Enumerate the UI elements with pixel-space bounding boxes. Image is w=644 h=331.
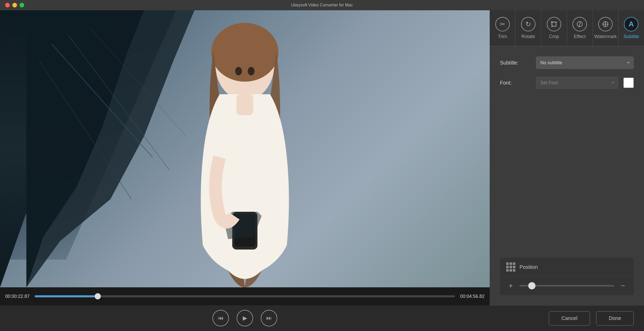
tab-trim-label: Trim	[498, 34, 507, 39]
progress-knob[interactable]	[95, 293, 101, 299]
panel-content: Subtitle: No subtitle Font: Set Font	[490, 46, 644, 305]
position-header: Position	[500, 258, 634, 277]
crop-icon	[547, 17, 561, 31]
tab-crop-label: Crop	[549, 34, 559, 39]
subtitle-row: Subtitle: No subtitle	[500, 57, 634, 69]
progress-fill	[35, 295, 98, 297]
tab-rotate[interactable]: ↻ Rotate	[515, 10, 541, 46]
tab-trim[interactable]: ✂ Trim	[490, 10, 515, 46]
maximize-button[interactable]	[20, 3, 24, 7]
tab-watermark-label: Watermark	[594, 34, 617, 39]
subtitle-icon: A	[624, 17, 638, 31]
toolbar: ✂ Trim ↻ Rotate Crop	[490, 10, 644, 46]
window-controls	[5, 3, 24, 7]
right-panel: ✂ Trim ↻ Rotate Crop	[490, 10, 644, 331]
prev-button[interactable]: ⏮	[212, 310, 229, 326]
font-field-label: Font:	[500, 80, 531, 86]
minimize-button[interactable]	[12, 3, 17, 7]
main-content: 00:00:22.87 00:04:56.82 ⏮ ▶ ⏭ ✂ Trim ↻ R…	[0, 10, 644, 331]
done-button[interactable]: Done	[596, 311, 634, 326]
font-row: Font: Set Font	[500, 77, 634, 89]
tab-crop[interactable]: Crop	[541, 10, 567, 46]
title-bar: Ukeysoft Video Converter for Mac	[0, 0, 644, 10]
watermark-icon	[598, 17, 613, 31]
svg-rect-8	[236, 94, 253, 115]
font-color-swatch[interactable]	[623, 78, 634, 88]
svg-point-10	[248, 67, 254, 76]
position-grid-icon	[506, 262, 515, 272]
position-plus-button[interactable]: −	[618, 281, 628, 290]
next-button[interactable]: ⏭	[261, 310, 277, 326]
video-panel: 00:00:22.87 00:04:56.82 ⏮ ▶ ⏭	[0, 10, 490, 331]
time-total: 00:04:56.82	[460, 294, 485, 299]
tab-effect[interactable]: Effect	[567, 10, 593, 46]
tab-effect-label: Effect	[574, 34, 586, 39]
position-minus-button[interactable]: +	[506, 281, 515, 290]
subtitle-select[interactable]: No subtitle	[536, 57, 634, 69]
svg-rect-14	[552, 22, 556, 26]
position-label: Position	[520, 264, 538, 270]
tab-subtitle-label: Subtitle	[623, 34, 639, 39]
position-section: Position + −	[500, 258, 634, 295]
close-button[interactable]	[5, 3, 10, 7]
subtitle-field-label: Subtitle:	[500, 60, 531, 66]
tab-rotate-label: Rotate	[521, 34, 535, 39]
trim-icon: ✂	[495, 17, 510, 31]
position-controls: + −	[500, 277, 634, 295]
font-select[interactable]: Set Font	[536, 77, 618, 89]
progress-bar[interactable]	[35, 295, 455, 297]
video-area	[0, 10, 490, 287]
rotate-icon: ↻	[521, 17, 535, 31]
time-current: 00:00:22.87	[5, 294, 30, 299]
svg-point-9	[235, 67, 242, 76]
bottom-bar: Cancel Done	[490, 305, 644, 331]
position-slider[interactable]	[520, 285, 614, 287]
video-timebar: 00:00:22.87 00:04:56.82	[0, 287, 490, 305]
svg-point-7	[211, 23, 278, 82]
video-frame	[0, 10, 490, 287]
effect-icon	[573, 17, 587, 31]
tab-watermark[interactable]: Watermark	[593, 10, 619, 46]
play-button[interactable]: ▶	[237, 310, 253, 326]
video-content-svg	[0, 10, 490, 287]
controls-bar: ⏮ ▶ ⏭	[0, 305, 490, 331]
cancel-button[interactable]: Cancel	[549, 311, 590, 326]
tab-subtitle[interactable]: A Subtitle	[619, 10, 644, 46]
window-title: Ukeysoft Video Converter for Mac	[291, 3, 353, 7]
